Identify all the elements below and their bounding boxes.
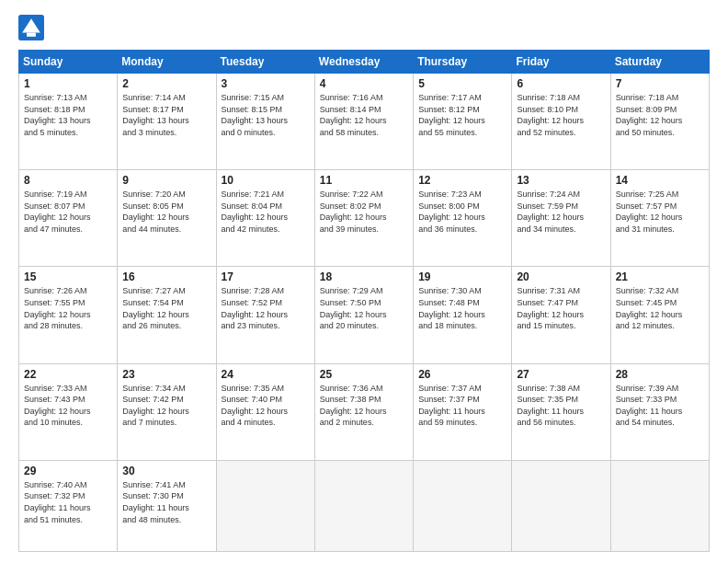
- day-number: 15: [24, 270, 112, 283]
- day-cell: 13Sunrise: 7:24 AMSunset: 7:59 PMDayligh…: [512, 170, 610, 267]
- day-cell: 28Sunrise: 7:39 AMSunset: 7:33 PMDayligh…: [610, 363, 709, 460]
- day-info: Sunrise: 7:18 AMSunset: 8:10 PMDaylight:…: [517, 92, 605, 138]
- day-info: Sunrise: 7:33 AMSunset: 7:43 PMDaylight:…: [24, 383, 112, 429]
- day-cell: 10Sunrise: 7:21 AMSunset: 8:04 PMDayligh…: [216, 170, 314, 267]
- day-cell: 4Sunrise: 7:16 AMSunset: 8:14 PMDaylight…: [314, 74, 413, 170]
- day-cell: [216, 460, 314, 551]
- weekday-header-saturday: Saturday: [610, 51, 709, 74]
- day-number: 25: [320, 368, 408, 381]
- day-info: Sunrise: 7:24 AMSunset: 7:59 PMDaylight:…: [517, 189, 605, 235]
- day-info: Sunrise: 7:22 AMSunset: 8:02 PMDaylight:…: [320, 189, 408, 235]
- day-number: 14: [616, 174, 704, 187]
- day-cell: 20Sunrise: 7:31 AMSunset: 7:47 PMDayligh…: [512, 267, 610, 363]
- weekday-header-thursday: Thursday: [414, 51, 512, 74]
- day-cell: 30Sunrise: 7:41 AMSunset: 7:30 PMDayligh…: [118, 460, 216, 551]
- day-info: Sunrise: 7:40 AMSunset: 7:32 PMDaylight:…: [24, 479, 112, 525]
- day-info: Sunrise: 7:29 AMSunset: 7:50 PMDaylight:…: [320, 285, 408, 331]
- day-cell: 27Sunrise: 7:38 AMSunset: 7:35 PMDayligh…: [512, 363, 610, 460]
- day-info: Sunrise: 7:13 AMSunset: 8:18 PMDaylight:…: [24, 92, 112, 138]
- day-cell: 16Sunrise: 7:27 AMSunset: 7:54 PMDayligh…: [118, 267, 216, 363]
- page: SundayMondayTuesdayWednesdayThursdayFrid…: [0, 0, 728, 563]
- day-info: Sunrise: 7:39 AMSunset: 7:33 PMDaylight:…: [616, 383, 704, 429]
- day-info: Sunrise: 7:23 AMSunset: 8:00 PMDaylight:…: [418, 189, 506, 235]
- day-info: Sunrise: 7:34 AMSunset: 7:42 PMDaylight:…: [122, 383, 210, 429]
- day-cell: 25Sunrise: 7:36 AMSunset: 7:38 PMDayligh…: [314, 363, 413, 460]
- day-info: Sunrise: 7:21 AMSunset: 8:04 PMDaylight:…: [222, 189, 310, 235]
- day-info: Sunrise: 7:30 AMSunset: 7:48 PMDaylight:…: [418, 285, 506, 331]
- day-cell: 26Sunrise: 7:37 AMSunset: 7:37 PMDayligh…: [414, 363, 512, 460]
- day-cell: 11Sunrise: 7:22 AMSunset: 8:02 PMDayligh…: [314, 170, 413, 267]
- day-cell: [314, 460, 413, 551]
- day-info: Sunrise: 7:14 AMSunset: 8:17 PMDaylight:…: [122, 92, 210, 138]
- day-info: Sunrise: 7:16 AMSunset: 8:14 PMDaylight:…: [320, 92, 408, 138]
- day-number: 1: [24, 77, 112, 90]
- logo: [18, 15, 50, 40]
- day-cell: 5Sunrise: 7:17 AMSunset: 8:12 PMDaylight…: [414, 74, 512, 170]
- day-info: Sunrise: 7:26 AMSunset: 7:55 PMDaylight:…: [24, 285, 112, 331]
- day-number: 18: [320, 270, 408, 283]
- day-info: Sunrise: 7:25 AMSunset: 7:57 PMDaylight:…: [616, 189, 704, 235]
- day-number: 7: [616, 77, 704, 90]
- day-info: Sunrise: 7:37 AMSunset: 7:37 PMDaylight:…: [418, 383, 506, 429]
- day-number: 28: [616, 368, 704, 381]
- day-number: 17: [222, 270, 310, 283]
- day-number: 29: [24, 465, 112, 477]
- header: [18, 15, 710, 40]
- day-info: Sunrise: 7:19 AMSunset: 8:07 PMDaylight:…: [24, 189, 112, 235]
- day-cell: 8Sunrise: 7:19 AMSunset: 8:07 PMDaylight…: [19, 170, 118, 267]
- day-cell: 7Sunrise: 7:18 AMSunset: 8:09 PMDaylight…: [610, 74, 709, 170]
- day-number: 10: [222, 174, 310, 187]
- day-number: 9: [122, 174, 210, 187]
- day-number: 24: [222, 368, 310, 381]
- day-number: 8: [24, 174, 112, 187]
- day-info: Sunrise: 7:28 AMSunset: 7:52 PMDaylight:…: [222, 285, 310, 331]
- day-cell: 15Sunrise: 7:26 AMSunset: 7:55 PMDayligh…: [19, 267, 118, 363]
- day-cell: 19Sunrise: 7:30 AMSunset: 7:48 PMDayligh…: [414, 267, 512, 363]
- week-row-3: 15Sunrise: 7:26 AMSunset: 7:55 PMDayligh…: [19, 267, 710, 363]
- weekday-header-monday: Monday: [118, 51, 216, 74]
- day-info: Sunrise: 7:32 AMSunset: 7:45 PMDaylight:…: [616, 285, 704, 331]
- day-number: 20: [517, 270, 605, 283]
- day-info: Sunrise: 7:17 AMSunset: 8:12 PMDaylight:…: [418, 92, 506, 138]
- day-info: Sunrise: 7:41 AMSunset: 7:30 PMDaylight:…: [122, 479, 210, 525]
- week-row-1: 1Sunrise: 7:13 AMSunset: 8:18 PMDaylight…: [19, 74, 710, 170]
- week-row-2: 8Sunrise: 7:19 AMSunset: 8:07 PMDaylight…: [19, 170, 710, 267]
- day-cell: 23Sunrise: 7:34 AMSunset: 7:42 PMDayligh…: [118, 363, 216, 460]
- day-number: 26: [418, 368, 506, 381]
- day-info: Sunrise: 7:27 AMSunset: 7:54 PMDaylight:…: [122, 285, 210, 331]
- day-number: 21: [616, 270, 704, 283]
- week-row-4: 22Sunrise: 7:33 AMSunset: 7:43 PMDayligh…: [19, 363, 710, 460]
- day-cell: 9Sunrise: 7:20 AMSunset: 8:05 PMDaylight…: [118, 170, 216, 267]
- day-info: Sunrise: 7:31 AMSunset: 7:47 PMDaylight:…: [517, 285, 605, 331]
- day-number: 16: [122, 270, 210, 283]
- day-cell: 2Sunrise: 7:14 AMSunset: 8:17 PMDaylight…: [118, 74, 216, 170]
- day-number: 5: [418, 77, 506, 90]
- day-cell: 14Sunrise: 7:25 AMSunset: 7:57 PMDayligh…: [610, 170, 709, 267]
- day-number: 13: [517, 174, 605, 187]
- day-info: Sunrise: 7:36 AMSunset: 7:38 PMDaylight:…: [320, 383, 408, 429]
- day-number: 2: [122, 77, 210, 90]
- svg-rect-2: [27, 33, 36, 37]
- logo-icon: [18, 15, 44, 40]
- day-number: 6: [517, 77, 605, 90]
- day-info: Sunrise: 7:15 AMSunset: 8:15 PMDaylight:…: [222, 92, 310, 138]
- day-number: 27: [517, 368, 605, 381]
- weekday-header-tuesday: Tuesday: [216, 51, 314, 74]
- weekday-header-sunday: Sunday: [19, 51, 118, 74]
- week-row-5: 29Sunrise: 7:40 AMSunset: 7:32 PMDayligh…: [19, 460, 710, 551]
- day-info: Sunrise: 7:35 AMSunset: 7:40 PMDaylight:…: [222, 383, 310, 429]
- calendar-table: SundayMondayTuesdayWednesdayThursdayFrid…: [18, 50, 710, 552]
- day-cell: 12Sunrise: 7:23 AMSunset: 8:00 PMDayligh…: [414, 170, 512, 267]
- day-cell: 6Sunrise: 7:18 AMSunset: 8:10 PMDaylight…: [512, 74, 610, 170]
- day-number: 30: [122, 465, 210, 477]
- weekday-header-row: SundayMondayTuesdayWednesdayThursdayFrid…: [19, 51, 710, 74]
- day-cell: 29Sunrise: 7:40 AMSunset: 7:32 PMDayligh…: [19, 460, 118, 551]
- day-cell: [512, 460, 610, 551]
- day-cell: [414, 460, 512, 551]
- weekday-header-friday: Friday: [512, 51, 610, 74]
- day-number: 3: [222, 77, 310, 90]
- day-info: Sunrise: 7:38 AMSunset: 7:35 PMDaylight:…: [517, 383, 605, 429]
- day-number: 22: [24, 368, 112, 381]
- day-number: 4: [320, 77, 408, 90]
- day-cell: 22Sunrise: 7:33 AMSunset: 7:43 PMDayligh…: [19, 363, 118, 460]
